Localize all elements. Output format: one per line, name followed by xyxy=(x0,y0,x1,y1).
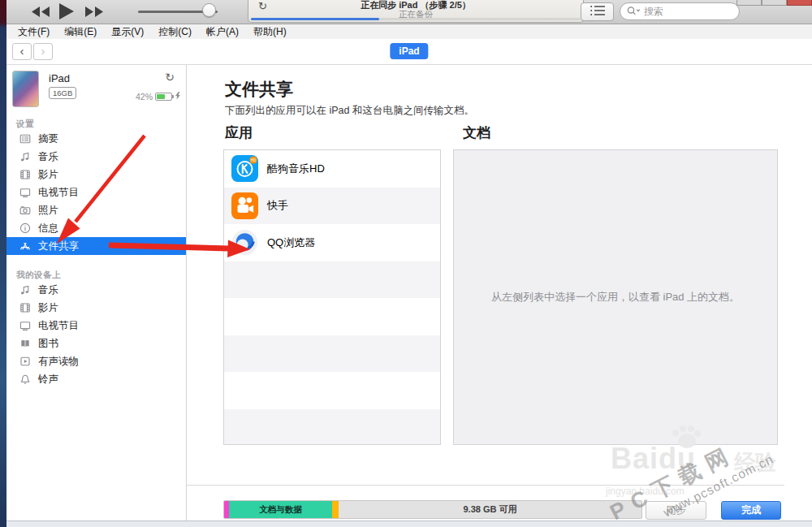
search-input[interactable] xyxy=(644,6,725,17)
sidebar-item-music[interactable]: 音乐 xyxy=(6,148,186,166)
battery-percent: 42% xyxy=(136,92,153,102)
app-row-qq-browser[interactable]: QQ浏览器 xyxy=(224,224,440,261)
documents-placeholder: 从左侧列表中选择一个应用，以查看 iPad 上的文档。 xyxy=(467,290,764,305)
sidebar-item-audiobooks[interactable]: 有声读物 xyxy=(6,352,186,370)
music-note-icon xyxy=(19,283,32,296)
device-sync-icon[interactable]: ↻ xyxy=(165,71,175,84)
menu-edit[interactable]: 编辑(E) xyxy=(57,24,104,39)
summary-icon xyxy=(19,132,32,145)
app-row-empty xyxy=(224,409,440,446)
bell-icon xyxy=(19,373,32,386)
forward-button[interactable]: › xyxy=(33,43,53,60)
rewind-icon[interactable] xyxy=(31,6,50,21)
device-thumbnail xyxy=(12,71,39,107)
sidebar-item-tv-shows[interactable]: 电视节目 xyxy=(6,184,186,201)
app-store-icon xyxy=(19,240,32,253)
documents-panel: 从左侧列表中选择一个应用，以查看 iPad 上的文档。 xyxy=(453,149,778,445)
app-row-empty xyxy=(224,298,440,335)
battery-status: 42% xyxy=(136,89,181,104)
page-description: 下面列出的应用可以在 iPad 和这台电脑之间传输文档。 xyxy=(225,104,474,118)
music-note-icon xyxy=(19,150,32,163)
film-icon xyxy=(19,168,32,181)
main-content: 文件共享 下面列出的应用可以在 iPad 和这台电脑之间传输文档。 应用 文档 … xyxy=(187,65,812,521)
sync-button[interactable]: 同步 xyxy=(646,501,706,520)
charging-bolt-icon xyxy=(175,89,181,104)
sidebar-item-device-movies[interactable]: 影片 xyxy=(6,299,186,317)
sync-progress-track xyxy=(251,18,581,21)
storage-segment-photos xyxy=(332,501,339,518)
status-display: ↻ 正在同步 iPad （步骤 2/5） 正在备份 xyxy=(248,0,584,23)
search-field[interactable] xyxy=(620,2,740,20)
search-icon xyxy=(627,4,641,19)
tv-icon xyxy=(19,186,32,199)
maximize-button[interactable] xyxy=(762,0,787,6)
sidebar-item-file-sharing[interactable]: 文件共享 xyxy=(6,237,186,255)
device-name: iPad xyxy=(49,72,70,84)
sidebar-item-tones[interactable]: 铃声 xyxy=(6,370,186,388)
film-icon xyxy=(19,301,32,314)
minimize-button[interactable] xyxy=(736,0,762,6)
sidebar-item-device-tv-shows[interactable]: 电视节目 xyxy=(6,317,186,335)
list-view-icon xyxy=(590,4,606,20)
camera-icon xyxy=(19,204,32,217)
audiobook-icon xyxy=(19,355,32,368)
app-row-kugou[interactable]: HD 酷狗音乐HD xyxy=(224,150,440,188)
storage-segment-documents: 文档与数据 xyxy=(229,501,332,518)
footer-divider xyxy=(187,485,784,486)
sidebar-section-settings: 设置 xyxy=(6,117,186,130)
qq-browser-icon xyxy=(231,229,258,256)
volume-slider-knob[interactable] xyxy=(202,3,216,17)
storage-bar: 文档与数据 9.38 GB 可用 xyxy=(223,500,642,519)
sidebar-item-summary[interactable]: 摘要 xyxy=(6,130,186,148)
kugou-music-icon: HD xyxy=(231,155,258,182)
apps-column-header: 应用 xyxy=(225,123,253,142)
menu-controls[interactable]: 控制(C) xyxy=(151,24,199,39)
play-icon[interactable] xyxy=(58,2,75,24)
app-row-kuaishou[interactable]: 快手 xyxy=(224,188,440,225)
nav-bar: ‹ › iPad xyxy=(6,39,812,65)
sidebar-item-device-music[interactable]: 音乐 xyxy=(6,281,186,299)
sidebar-section-on-device: 我的设备上 xyxy=(6,268,186,281)
device-tab-ipad[interactable]: iPad xyxy=(390,43,428,59)
menu-bar: 文件(F) 编辑(E) 显示(V) 控制(C) 帐户(A) 帮助(H) xyxy=(6,24,812,39)
window-bottom-edge xyxy=(6,521,812,527)
window-controls xyxy=(736,0,812,6)
device-capacity-badge: 16GB xyxy=(49,87,76,99)
tv-icon xyxy=(19,319,32,332)
menu-view[interactable]: 显示(V) xyxy=(104,24,151,39)
info-icon xyxy=(19,222,32,235)
desktop-edge xyxy=(0,0,6,527)
done-button[interactable]: 完成 xyxy=(721,501,781,520)
battery-icon xyxy=(155,93,172,101)
app-row-empty xyxy=(224,335,440,373)
menu-file[interactable]: 文件(F) xyxy=(11,24,57,39)
menu-account[interactable]: 帐户(A) xyxy=(199,24,246,39)
sync-progress-fill xyxy=(251,18,379,21)
docs-column-header: 文档 xyxy=(463,123,490,142)
device-row: iPad 16GB ↻ 42% xyxy=(6,65,186,112)
toolbar: ↻ 正在同步 iPad （步骤 2/5） 正在备份 xyxy=(6,0,812,24)
books-icon xyxy=(19,337,32,350)
sidebar-item-info[interactable]: 信息 xyxy=(6,219,186,237)
app-row-empty xyxy=(224,261,440,299)
page-title: 文件共享 xyxy=(225,78,293,101)
storage-segment-free: 9.38 GB 可用 xyxy=(339,501,641,518)
kuaishou-icon xyxy=(231,192,258,219)
app-row-empty xyxy=(224,372,440,409)
sidebar-item-movies[interactable]: 影片 xyxy=(6,166,186,184)
sidebar: iPad 16GB ↻ 42% 设置 摘要 音乐 影片 电视节目 照片 xyxy=(6,65,187,521)
sidebar-item-books[interactable]: 图书 xyxy=(6,335,186,352)
svg-text:HD: HD xyxy=(251,158,257,162)
sidebar-item-photos[interactable]: 照片 xyxy=(6,201,186,219)
close-button[interactable] xyxy=(787,0,812,6)
apps-list: HD 酷狗音乐HD 快手 QQ浏览器 xyxy=(223,149,441,445)
view-switcher-button[interactable] xyxy=(581,2,614,21)
fast-forward-icon[interactable] xyxy=(84,6,104,21)
back-button[interactable]: ‹ xyxy=(12,43,32,60)
menu-help[interactable]: 帮助(H) xyxy=(246,24,294,39)
